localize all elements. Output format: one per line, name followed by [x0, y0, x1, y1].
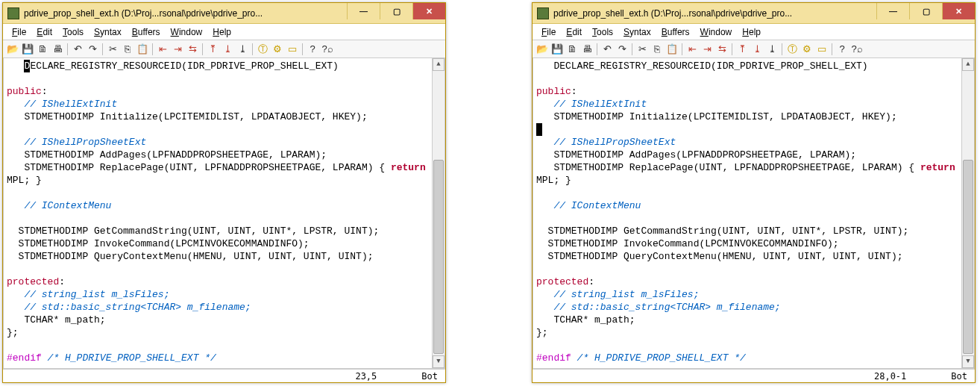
scroll-up-button[interactable]: ▲ [433, 58, 445, 71]
redo-icon[interactable]: ↷ [615, 43, 629, 56]
toolbar-separator [102, 43, 103, 55]
toolbar: 📂💾🗎🖶↶↷✂⎘📋⇤⇥⇆⤒⤓⤓Ⓣ⚙▭??⌕ [533, 40, 975, 58]
cut-icon[interactable]: ✂ [635, 43, 649, 56]
menu-tools[interactable]: Tools [588, 25, 618, 39]
toolbar-separator [832, 43, 832, 55]
editor-area: DECLARE_REGISTRY_RESOURCEID(IDR_PDRIVE_P… [533, 58, 975, 369]
vertical-scrollbar[interactable]: ▲ ▼ [961, 58, 974, 368]
save-all-icon[interactable]: 🗎 [36, 43, 49, 56]
menu-syntax[interactable]: Syntax [89, 25, 126, 39]
undo-icon[interactable]: ↶ [71, 43, 84, 56]
toolbar-separator [782, 43, 782, 55]
titlebar[interactable]: pdrive_prop_shell_ext.h (D:\Proj...rsona… [533, 3, 975, 24]
cursor-position: 28,0-1 [874, 371, 906, 382]
help-icon[interactable]: ? [835, 43, 849, 56]
toolbar-separator [597, 43, 597, 55]
code-editor[interactable]: DECLARE_REGISTRY_RESOURCEID(IDR_PDRIVE_P… [533, 58, 961, 368]
menu-buffers[interactable]: Buffers [128, 25, 165, 39]
toolbar-separator [252, 43, 253, 55]
load-session-icon[interactable]: ⤒ [206, 43, 219, 56]
menu-help[interactable]: Help [208, 25, 236, 39]
scroll-down-button[interactable]: ▼ [962, 355, 974, 368]
make-icon[interactable]: Ⓣ [256, 43, 269, 56]
scroll-thumb[interactable] [433, 160, 444, 354]
menu-tools[interactable]: Tools [58, 25, 88, 39]
help-icon[interactable]: ? [306, 43, 319, 56]
editor-area: DECLARE_REGISTRY_RESOURCEID(IDR_PDRIVE_P… [3, 58, 445, 369]
open-icon[interactable]: 📂 [535, 43, 549, 56]
menubar: FileEditToolsSyntaxBuffersWindowHelp [3, 24, 445, 40]
open-icon[interactable]: 📂 [6, 43, 19, 56]
menu-help[interactable]: Help [738, 25, 765, 39]
find-next-icon[interactable]: ⇥ [700, 43, 714, 56]
toolbar-separator [67, 43, 68, 55]
copy-icon[interactable]: ⎘ [121, 43, 134, 56]
scroll-up-button[interactable]: ▲ [962, 58, 974, 71]
menu-buffers[interactable]: Buffers [657, 25, 694, 39]
paste-icon[interactable]: 📋 [136, 43, 149, 56]
replace-icon[interactable]: ⇆ [186, 43, 199, 56]
close-button[interactable]: ✕ [412, 3, 445, 19]
tag-icon[interactable]: ▭ [815, 43, 829, 56]
maximize-button[interactable]: ▢ [380, 3, 412, 19]
code-editor[interactable]: DECLARE_REGISTRY_RESOURCEID(IDR_PDRIVE_P… [4, 58, 432, 368]
print-icon[interactable]: 🖶 [51, 43, 64, 56]
app-icon [537, 7, 549, 19]
toolbar-separator [732, 43, 732, 55]
close-button[interactable]: ✕ [942, 3, 975, 19]
find-prev-icon[interactable]: ⇤ [156, 43, 169, 56]
make-icon[interactable]: Ⓣ [785, 43, 799, 56]
scroll-location: Bot [421, 371, 438, 382]
paste-icon[interactable]: 📋 [665, 43, 679, 56]
scroll-thumb[interactable] [963, 160, 973, 354]
scroll-down-button[interactable]: ▼ [433, 355, 445, 368]
save-session-icon[interactable]: ⤓ [750, 43, 764, 56]
toolbar-separator [202, 43, 203, 55]
menu-file[interactable]: File [537, 25, 560, 39]
cut-icon[interactable]: ✂ [106, 43, 119, 56]
save-icon[interactable]: 💾 [21, 43, 34, 56]
vertical-scrollbar[interactable]: ▲ ▼ [432, 58, 445, 368]
script-icon[interactable]: ⤓ [236, 43, 249, 56]
shell-icon[interactable]: ⚙ [271, 43, 284, 56]
toolbar-separator [152, 43, 153, 55]
scroll-track[interactable] [962, 71, 974, 355]
menu-edit[interactable]: Edit [562, 25, 586, 39]
replace-icon[interactable]: ⇆ [715, 43, 729, 56]
tag-icon[interactable]: ▭ [286, 43, 299, 56]
print-icon[interactable]: 🖶 [580, 43, 594, 56]
find-help-icon[interactable]: ?⌕ [321, 43, 334, 56]
load-session-icon[interactable]: ⤒ [735, 43, 749, 56]
window-title: pdrive_prop_shell_ext.h (D:\Proj...rsona… [24, 8, 263, 19]
menu-file[interactable]: File [7, 25, 31, 39]
cursor-position: 23,5 [355, 371, 377, 382]
minimize-button[interactable]: — [876, 3, 909, 19]
menubar: FileEditToolsSyntaxBuffersWindowHelp [533, 24, 975, 40]
copy-icon[interactable]: ⎘ [650, 43, 664, 56]
find-next-icon[interactable]: ⇥ [171, 43, 184, 56]
menu-edit[interactable]: Edit [32, 25, 57, 39]
toolbar: 📂💾🗎🖶↶↷✂⎘📋⇤⇥⇆⤒⤓⤓Ⓣ⚙▭??⌕ [3, 40, 445, 58]
menu-syntax[interactable]: Syntax [619, 25, 656, 39]
scroll-location: Bot [951, 371, 967, 382]
save-icon[interactable]: 💾 [550, 43, 564, 56]
maximize-button[interactable]: ▢ [909, 3, 942, 19]
window-controls: — ▢ ✕ [347, 3, 445, 19]
toolbar-separator [302, 43, 303, 55]
redo-icon[interactable]: ↷ [86, 43, 99, 56]
find-help-icon[interactable]: ?⌕ [850, 43, 864, 56]
minimize-button[interactable]: — [347, 3, 380, 19]
save-session-icon[interactable]: ⤓ [221, 43, 234, 56]
menu-window[interactable]: Window [166, 25, 207, 39]
script-icon[interactable]: ⤓ [765, 43, 779, 56]
menu-window[interactable]: Window [696, 25, 737, 39]
toolbar-separator [682, 43, 682, 55]
titlebar[interactable]: pdrive_prop_shell_ext.h (D:\Proj...rsona… [3, 3, 445, 24]
save-all-icon[interactable]: 🗎 [565, 43, 579, 56]
window-title: pdrive_prop_shell_ext.h (D:\Proj...rsona… [553, 8, 792, 19]
shell-icon[interactable]: ⚙ [800, 43, 814, 56]
undo-icon[interactable]: ↶ [600, 43, 614, 56]
find-prev-icon[interactable]: ⇤ [685, 43, 699, 56]
scroll-track[interactable] [433, 71, 445, 355]
editor-window-right: pdrive_prop_shell_ext.h (D:\Proj...rsona… [532, 2, 976, 383]
